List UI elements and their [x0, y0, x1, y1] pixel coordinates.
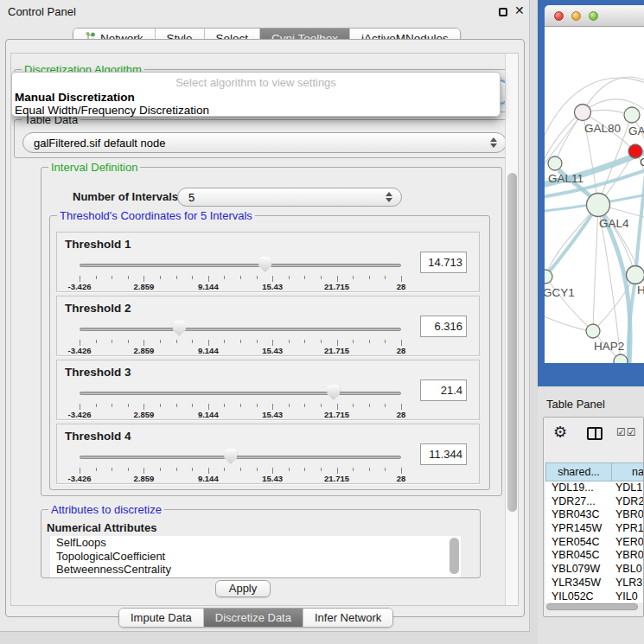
cell-name: YDL1 [608, 481, 642, 495]
table-row[interactable]: YPR145WYPR1 [545, 522, 644, 536]
column-header-shared-name[interactable]: shared... [545, 462, 612, 481]
attributes-group-title: Attributes to discretize [48, 503, 164, 516]
table-row[interactable]: YER054CYER0 [545, 536, 644, 550]
threshold-slider[interactable] [80, 321, 401, 338]
table-row[interactable]: YDL19...YDL1 [545, 481, 644, 495]
network-edge[interactable] [545, 314, 593, 331]
network-node-H[interactable] [627, 266, 644, 284]
threshold-value-field[interactable]: 6.316 [420, 316, 467, 337]
cyni-toolbox-panel: Discretization Algorithm Select algorith… [5, 39, 525, 617]
numerical-attributes-list[interactable]: SelfLoopsTopologicalCoefficientBetweenne… [50, 536, 461, 577]
network-graph: GAL80GACGAL11GAL4GCY1HHAP2 [545, 27, 644, 363]
tick-label: 9.144 [198, 474, 219, 483]
tab-discretize-data[interactable]: Discretize Data [204, 609, 303, 627]
gear-icon[interactable]: ⚙ [553, 423, 567, 442]
threshold-value-field[interactable]: 21.4 [420, 379, 467, 401]
table-row[interactable]: YBL079WYBL0 [545, 563, 644, 577]
table-row[interactable]: YDR27...YDR2 [545, 495, 644, 509]
cell-shared-name: YPR145W [545, 522, 608, 536]
cell-shared-name: YER054C [545, 536, 608, 550]
cell-shared-name: YBR045C [545, 549, 608, 563]
network-edge[interactable] [583, 77, 644, 112]
column-layout-icon[interactable] [587, 427, 603, 440]
cell-name: YPR1 [608, 522, 644, 536]
tick-label: 9.144 [198, 410, 219, 419]
table-row[interactable]: YBR043CYBR0 [545, 508, 644, 522]
table-panel: Table Panel ⚙ ☑☑ shared... na YDL19...YD… [538, 387, 644, 644]
network-node-GAL80[interactable] [575, 105, 591, 121]
tab-impute-data[interactable]: Impute Data [119, 609, 204, 627]
attribute-item-topologicalcoefficient[interactable]: TopologicalCoefficient [50, 550, 461, 564]
close-traffic-light-icon[interactable] [554, 11, 564, 21]
tick-label: 28 [397, 346, 406, 355]
slider-handle[interactable] [258, 257, 271, 272]
threshold-slider[interactable] [80, 385, 401, 402]
table-hscrollbar-thumb[interactable] [546, 603, 638, 610]
attributes-scrollbar-thumb[interactable] [450, 538, 459, 574]
threshold-label: Threshold 4 [65, 430, 131, 443]
numerical-attributes-label: Numerical Attributes [47, 521, 156, 534]
network-edge[interactable] [545, 277, 593, 331]
tick-label: -3.426 [68, 410, 92, 419]
zoom-traffic-light-icon[interactable] [589, 11, 598, 21]
settings-scrollbar-thumb[interactable] [507, 173, 517, 512]
network-node-GAL11[interactable] [548, 156, 562, 170]
table-row[interactable]: YBR045CYBR0 [545, 549, 644, 563]
threshold-value-field[interactable]: 11.344 [420, 443, 467, 465]
network-canvas[interactable]: GAL80GACGAL11GAL4GCY1HHAP2 [545, 27, 644, 363]
bottom-tab-bar: Impute DataDiscretize DataInfer Network [118, 608, 393, 628]
cell-name: YBR0 [608, 549, 644, 563]
slider-track[interactable] [80, 264, 401, 267]
network-window-titlebar[interactable] [545, 5, 644, 27]
number-of-intervals-combobox[interactable]: 5 [177, 188, 402, 207]
slider-handle[interactable] [327, 385, 340, 400]
tick-label: 2.859 [134, 474, 155, 483]
cell-name: YLR3 [608, 577, 642, 590]
tick-label: 28 [397, 410, 406, 419]
table-horizontal-scrollbar[interactable] [545, 603, 643, 611]
tick-label: -3.426 [68, 282, 92, 291]
minimize-traffic-light-icon[interactable] [571, 11, 581, 21]
threshold-slider[interactable] [80, 257, 401, 274]
tick-label: 2.859 [134, 346, 155, 355]
algorithm-option-equal-width[interactable]: Equal Width/Frequency Discretization [12, 104, 500, 117]
minimize-icon[interactable] [499, 8, 507, 16]
slider-track[interactable] [80, 392, 401, 395]
settings-vertical-scrollbar[interactable] [505, 54, 518, 605]
network-node-B1[interactable] [614, 354, 628, 363]
tab-label: Impute Data [131, 611, 192, 624]
close-icon[interactable]: ✕ [514, 3, 525, 17]
network-node-HAP2[interactable] [586, 324, 600, 338]
algorithm-option-manual[interactable]: Manual Discretization [12, 91, 500, 104]
threshold-label: Threshold 1 [65, 238, 131, 251]
slider-handle[interactable] [224, 449, 237, 464]
attribute-item-betweennesscentrality[interactable]: BetweennessCentrality [50, 563, 461, 577]
attributes-scrollbar[interactable] [449, 536, 461, 577]
column-header-name[interactable]: na [611, 462, 644, 481]
network-node-label: GCY1 [545, 286, 575, 299]
slider-track[interactable] [80, 456, 401, 459]
apply-button[interactable]: Apply [215, 580, 271, 597]
cell-shared-name: YIL052C [545, 590, 608, 603]
network-node-GA[interactable] [624, 107, 640, 123]
threshold-slider[interactable] [80, 449, 401, 466]
slider-tick-labels: -3.4262.8599.14415.4321.71528 [80, 410, 401, 420]
control-panel-window: Control Panel ✕ NetworkStyleSelectCyni T… [0, 0, 530, 632]
table-row[interactable]: YLR345WYLR3 [545, 577, 644, 590]
cell-name: YIL0 [608, 590, 638, 603]
tick-label: 21.715 [324, 346, 349, 355]
tab-label: Infer Network [315, 611, 381, 624]
cell-name: YBR0 [608, 508, 644, 522]
slider-handle[interactable] [173, 321, 186, 336]
tab-infer-network[interactable]: Infer Network [303, 609, 392, 627]
table-row[interactable]: YIL052CYIL0 [545, 590, 644, 603]
table-data-group: Table Data galFiltered.sif default node [14, 119, 514, 158]
attribute-item-selfloops[interactable]: SelfLoops [50, 536, 461, 550]
network-node-GAL4[interactable] [587, 194, 610, 217]
table-data-combobox[interactable]: galFiltered.sif default node [22, 132, 507, 153]
select-columns-icon[interactable]: ☑☑ [616, 426, 637, 438]
tick-label: 2.859 [134, 410, 155, 419]
slider-track[interactable] [80, 328, 401, 331]
network-edge[interactable] [593, 205, 598, 331]
threshold-value-field[interactable]: 14.713 [420, 252, 467, 273]
